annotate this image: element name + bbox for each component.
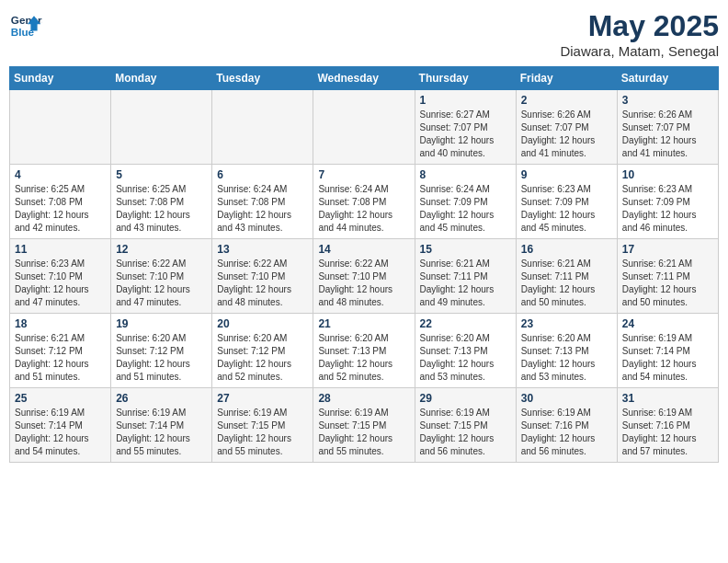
- day-number: 28: [318, 392, 409, 405]
- weekday-header-monday: Monday: [111, 67, 212, 90]
- calendar-cell: 21Sunrise: 6:20 AM Sunset: 7:13 PM Dayli…: [313, 314, 415, 388]
- calendar-cell: 8Sunrise: 6:24 AM Sunset: 7:09 PM Daylig…: [415, 165, 516, 239]
- day-number: 1: [420, 94, 511, 107]
- day-number: 8: [420, 168, 511, 181]
- day-number: 2: [521, 94, 612, 107]
- day-info: Sunrise: 6:26 AM Sunset: 7:07 PM Dayligh…: [521, 109, 612, 160]
- month-year: May 2025: [560, 9, 719, 43]
- day-info: Sunrise: 6:20 AM Sunset: 7:13 PM Dayligh…: [521, 332, 612, 384]
- calendar-cell: 23Sunrise: 6:20 AM Sunset: 7:13 PM Dayli…: [516, 314, 617, 388]
- calendar-cell: 20Sunrise: 6:20 AM Sunset: 7:12 PM Dayli…: [212, 314, 313, 388]
- weekday-header-tuesday: Tuesday: [212, 67, 313, 90]
- calendar-week-row: 4Sunrise: 6:25 AM Sunset: 7:08 PM Daylig…: [10, 165, 719, 239]
- calendar-week-row: 18Sunrise: 6:21 AM Sunset: 7:12 PM Dayli…: [10, 314, 719, 388]
- day-number: 29: [420, 392, 511, 405]
- calendar-cell: 31Sunrise: 6:19 AM Sunset: 7:16 PM Dayli…: [617, 388, 718, 463]
- day-info: Sunrise: 6:24 AM Sunset: 7:08 PM Dayligh…: [217, 183, 308, 235]
- calendar-cell: 1Sunrise: 6:27 AM Sunset: 7:07 PM Daylig…: [415, 90, 516, 165]
- day-info: Sunrise: 6:19 AM Sunset: 7:16 PM Dayligh…: [521, 407, 612, 458]
- day-info: Sunrise: 6:22 AM Sunset: 7:10 PM Dayligh…: [116, 258, 207, 309]
- day-info: Sunrise: 6:20 AM Sunset: 7:12 PM Dayligh…: [116, 332, 207, 384]
- calendar-cell: [111, 90, 212, 165]
- day-info: Sunrise: 6:23 AM Sunset: 7:09 PM Dayligh…: [622, 183, 713, 235]
- calendar-week-row: 1Sunrise: 6:27 AM Sunset: 7:07 PM Daylig…: [10, 90, 719, 165]
- day-number: 27: [217, 392, 308, 405]
- logo-icon: General Blue: [9, 9, 42, 42]
- calendar-cell: 7Sunrise: 6:24 AM Sunset: 7:08 PM Daylig…: [313, 165, 415, 239]
- day-info: Sunrise: 6:21 AM Sunset: 7:12 PM Dayligh…: [15, 332, 106, 384]
- day-info: Sunrise: 6:21 AM Sunset: 7:11 PM Dayligh…: [420, 258, 511, 309]
- calendar-cell: 13Sunrise: 6:22 AM Sunset: 7:10 PM Dayli…: [212, 239, 313, 314]
- calendar-cell: 26Sunrise: 6:19 AM Sunset: 7:14 PM Dayli…: [111, 388, 212, 463]
- calendar-cell: [313, 90, 415, 165]
- calendar-cell: 18Sunrise: 6:21 AM Sunset: 7:12 PM Dayli…: [10, 314, 111, 388]
- calendar-cell: 6Sunrise: 6:24 AM Sunset: 7:08 PM Daylig…: [212, 165, 313, 239]
- calendar-cell: 25Sunrise: 6:19 AM Sunset: 7:14 PM Dayli…: [10, 388, 111, 463]
- day-info: Sunrise: 6:19 AM Sunset: 7:14 PM Dayligh…: [15, 407, 106, 458]
- day-info: Sunrise: 6:23 AM Sunset: 7:09 PM Dayligh…: [521, 183, 612, 235]
- calendar-cell: [212, 90, 313, 165]
- weekday-header-friday: Friday: [516, 67, 617, 90]
- weekday-header-row: SundayMondayTuesdayWednesdayThursdayFrid…: [10, 67, 719, 90]
- day-info: Sunrise: 6:19 AM Sunset: 7:15 PM Dayligh…: [318, 407, 409, 458]
- day-number: 6: [217, 168, 308, 181]
- calendar-week-row: 25Sunrise: 6:19 AM Sunset: 7:14 PM Dayli…: [10, 388, 719, 463]
- calendar-cell: 27Sunrise: 6:19 AM Sunset: 7:15 PM Dayli…: [212, 388, 313, 463]
- day-info: Sunrise: 6:24 AM Sunset: 7:08 PM Dayligh…: [318, 183, 409, 235]
- day-info: Sunrise: 6:25 AM Sunset: 7:08 PM Dayligh…: [116, 183, 207, 235]
- calendar-cell: 28Sunrise: 6:19 AM Sunset: 7:15 PM Dayli…: [313, 388, 415, 463]
- day-number: 22: [420, 317, 511, 330]
- day-number: 23: [521, 317, 612, 330]
- day-info: Sunrise: 6:20 AM Sunset: 7:12 PM Dayligh…: [217, 332, 308, 384]
- day-number: 10: [622, 168, 713, 181]
- day-number: 5: [116, 168, 207, 181]
- calendar-table: SundayMondayTuesdayWednesdayThursdayFrid…: [9, 66, 719, 463]
- day-number: 24: [622, 317, 713, 330]
- day-info: Sunrise: 6:20 AM Sunset: 7:13 PM Dayligh…: [318, 332, 409, 384]
- day-number: 25: [15, 392, 106, 405]
- day-info: Sunrise: 6:19 AM Sunset: 7:15 PM Dayligh…: [420, 407, 511, 458]
- calendar-cell: 16Sunrise: 6:21 AM Sunset: 7:11 PM Dayli…: [516, 239, 617, 314]
- day-info: Sunrise: 6:19 AM Sunset: 7:14 PM Dayligh…: [116, 407, 207, 458]
- day-number: 4: [15, 168, 106, 181]
- calendar-cell: 9Sunrise: 6:23 AM Sunset: 7:09 PM Daylig…: [516, 165, 617, 239]
- day-info: Sunrise: 6:19 AM Sunset: 7:16 PM Dayligh…: [622, 407, 713, 458]
- calendar-cell: 11Sunrise: 6:23 AM Sunset: 7:10 PM Dayli…: [10, 239, 111, 314]
- logo: General Blue: [9, 9, 42, 42]
- day-info: Sunrise: 6:23 AM Sunset: 7:10 PM Dayligh…: [15, 258, 106, 309]
- day-number: 7: [318, 168, 409, 181]
- day-number: 30: [521, 392, 612, 405]
- calendar-week-row: 11Sunrise: 6:23 AM Sunset: 7:10 PM Dayli…: [10, 239, 719, 314]
- day-info: Sunrise: 6:21 AM Sunset: 7:11 PM Dayligh…: [521, 258, 612, 309]
- weekday-header-thursday: Thursday: [415, 67, 516, 90]
- day-info: Sunrise: 6:24 AM Sunset: 7:09 PM Dayligh…: [420, 183, 511, 235]
- calendar-cell: 29Sunrise: 6:19 AM Sunset: 7:15 PM Dayli…: [415, 388, 516, 463]
- calendar-cell: [10, 90, 111, 165]
- day-info: Sunrise: 6:26 AM Sunset: 7:07 PM Dayligh…: [622, 109, 713, 160]
- day-number: 20: [217, 317, 308, 330]
- weekday-header-saturday: Saturday: [617, 67, 718, 90]
- location: Diawara, Matam, Senegal: [560, 43, 719, 59]
- day-number: 3: [622, 94, 713, 107]
- calendar-cell: 24Sunrise: 6:19 AM Sunset: 7:14 PM Dayli…: [617, 314, 718, 388]
- calendar-cell: 10Sunrise: 6:23 AM Sunset: 7:09 PM Dayli…: [617, 165, 718, 239]
- day-info: Sunrise: 6:25 AM Sunset: 7:08 PM Dayligh…: [15, 183, 106, 235]
- calendar-cell: 2Sunrise: 6:26 AM Sunset: 7:07 PM Daylig…: [516, 90, 617, 165]
- day-number: 19: [116, 317, 207, 330]
- calendar-cell: 17Sunrise: 6:21 AM Sunset: 7:11 PM Dayli…: [617, 239, 718, 314]
- day-info: Sunrise: 6:20 AM Sunset: 7:13 PM Dayligh…: [420, 332, 511, 384]
- svg-text:General: General: [11, 14, 42, 26]
- day-number: 21: [318, 317, 409, 330]
- day-number: 14: [318, 243, 409, 256]
- day-info: Sunrise: 6:22 AM Sunset: 7:10 PM Dayligh…: [217, 258, 308, 309]
- calendar-cell: 19Sunrise: 6:20 AM Sunset: 7:12 PM Dayli…: [111, 314, 212, 388]
- header: General Blue May 2025 Diawara, Matam, Se…: [9, 9, 719, 59]
- calendar-cell: 3Sunrise: 6:26 AM Sunset: 7:07 PM Daylig…: [617, 90, 718, 165]
- day-number: 16: [521, 243, 612, 256]
- day-number: 12: [116, 243, 207, 256]
- weekday-header-wednesday: Wednesday: [313, 67, 415, 90]
- calendar-cell: 4Sunrise: 6:25 AM Sunset: 7:08 PM Daylig…: [10, 165, 111, 239]
- weekday-header-sunday: Sunday: [10, 67, 111, 90]
- day-info: Sunrise: 6:21 AM Sunset: 7:11 PM Dayligh…: [622, 258, 713, 309]
- day-number: 18: [15, 317, 106, 330]
